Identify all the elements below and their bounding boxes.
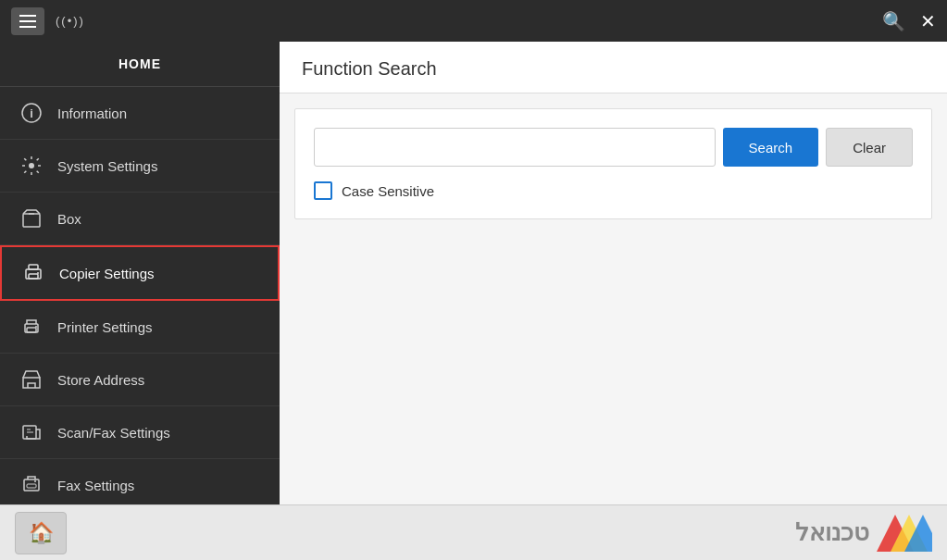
info-icon: i: [19, 100, 44, 126]
svg-point-7: [37, 272, 39, 274]
search-panel: Search Clear Case Sensitive: [294, 108, 932, 219]
sidebar-item-store-address[interactable]: Store Address: [0, 354, 280, 406]
case-sensitive-checkbox[interactable]: [314, 181, 332, 200]
sidebar-item-system-settings[interactable]: System Settings: [0, 140, 280, 193]
sidebar-item-printer-settings-label: Printer Settings: [57, 319, 153, 335]
case-sensitive-label[interactable]: Case Sensitive: [342, 183, 434, 199]
sidebar-item-fax-settings[interactable]: Fax Settings: [0, 459, 280, 504]
fax-icon: [19, 472, 44, 498]
sidebar-item-copier-settings[interactable]: Copier Settings: [0, 245, 280, 301]
case-sensitive-row: Case Sensitive: [314, 181, 913, 200]
hamburger-button[interactable]: [11, 7, 44, 35]
bottom-bar: 🏠 טכנואל: [0, 504, 947, 560]
store-icon: [19, 367, 44, 392]
svg-text:i: i: [30, 106, 33, 120]
sidebar-home-label: HOME: [0, 42, 280, 87]
sidebar-item-scan-fax-settings-label: Scan/Fax Settings: [57, 425, 170, 441]
svg-point-2: [29, 163, 34, 168]
sidebar-item-copier-settings-label: Copier Settings: [59, 266, 155, 281]
sidebar-item-box[interactable]: Box: [0, 193, 280, 245]
home-icon: 🏠: [29, 521, 54, 545]
top-bar-left: ((•)): [11, 7, 85, 35]
search-icon[interactable]: 🔍: [882, 10, 905, 32]
sidebar-item-box-label: Box: [57, 211, 81, 227]
content-header: Function Search: [280, 42, 947, 93]
svg-rect-13: [24, 479, 39, 491]
sidebar-item-information[interactable]: i Information: [0, 87, 280, 140]
box-icon: [19, 205, 44, 231]
brand-text: טכנואל: [795, 518, 869, 547]
sidebar-item-store-address-label: Store Address: [57, 372, 144, 388]
svg-point-10: [35, 326, 37, 328]
svg-rect-14: [27, 484, 36, 488]
sidebar-item-printer-settings[interactable]: Printer Settings: [0, 301, 280, 354]
top-bar: ((•)) 🔍 ✕: [0, 0, 947, 42]
svg-rect-5: [29, 265, 38, 269]
svg-rect-9: [27, 328, 36, 332]
page-title: Function Search: [302, 58, 925, 80]
system-icon: [19, 153, 44, 179]
search-button[interactable]: Search: [723, 128, 819, 167]
top-bar-right: 🔍 ✕: [882, 10, 936, 32]
brand-logo: טכנואל: [795, 515, 932, 552]
brand-shape-icon: [877, 515, 932, 552]
sidebar-item-system-settings-label: System Settings: [57, 158, 157, 174]
sidebar-item-fax-settings-label: Fax Settings: [57, 478, 134, 493]
main-layout: HOME i Information System Settings Box: [0, 42, 947, 504]
svg-rect-3: [23, 214, 40, 227]
printer-icon: [19, 314, 44, 340]
sidebar-item-information-label: Information: [57, 106, 127, 121]
close-icon[interactable]: ✕: [920, 10, 936, 32]
svg-rect-6: [29, 274, 38, 279]
clear-button[interactable]: Clear: [826, 128, 913, 167]
sidebar-item-scan-fax-settings[interactable]: Scan/Fax Settings: [0, 406, 280, 459]
sidebar: HOME i Information System Settings Box: [0, 42, 280, 504]
home-button[interactable]: 🏠: [15, 512, 67, 554]
copier-icon: [20, 260, 46, 286]
search-input[interactable]: [314, 128, 716, 167]
svg-point-15: [34, 480, 36, 482]
search-row: Search Clear: [314, 128, 913, 167]
logo-text: ((•)): [56, 14, 85, 28]
scan-icon: [19, 419, 44, 445]
content-area: Function Search Search Clear Case Sensit…: [280, 42, 947, 504]
